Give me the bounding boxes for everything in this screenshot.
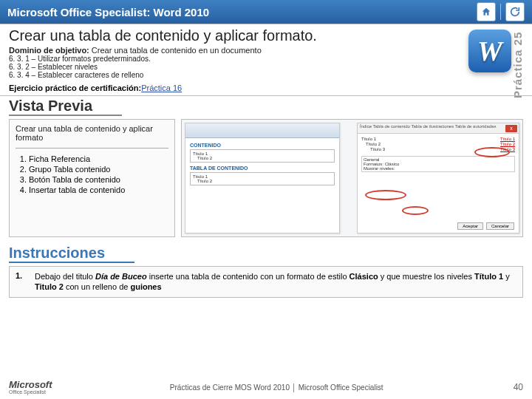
page-number: 40 (501, 382, 523, 392)
header-title: Microsoft Office Specialist: Word 2010 (7, 6, 209, 18)
instruction-number: 1. (16, 271, 29, 293)
preview-steps-panel: Crear una tabla de contenido y aplicar f… (9, 119, 175, 237)
slide: Microsoft Office Specialist: Word 2010 P… (0, 0, 532, 399)
objective-line: Dominio de objetivo: Crear una tabla de … (9, 46, 523, 55)
mini-doc-heading: TABLA DE CONTENIDO (190, 166, 335, 171)
mini-toc-box: Título 1 Título 2 (190, 149, 335, 163)
mini-word-window: CONTENIDO Título 1 Título 2 TABLA DE CON… (185, 123, 340, 233)
sub-objective: 6. 3. 4 – Establecer caracteres de relle… (9, 71, 523, 79)
objective-text: Crear una tabla de contenido en un docum… (89, 46, 262, 55)
instructions-section: Instrucciones 1. Debajo del titulo Día d… (0, 243, 532, 298)
cancel-button: Cancelar (486, 222, 514, 230)
preview-subheading: Crear una tabla de contenido y aplicar f… (16, 124, 168, 142)
instruction-item: 1. Debajo del titulo Día de Buceo insert… (9, 266, 523, 298)
header-nav (477, 2, 525, 21)
header-bar: Microsoft Office Specialist: Word 2010 (0, 0, 532, 24)
cert-label: Ejercicio práctico de certificación: (9, 83, 141, 92)
list-item: Insertar tabla de contenido (29, 185, 168, 194)
instruction-text: Debajo del titulo Día de Buceo inserte u… (35, 271, 516, 293)
dialog-tabs: Índice Tabla de contenido Tabla de ilust… (358, 123, 519, 134)
preview-screenshots: CONTENIDO Título 1 Título 2 TABLA DE CON… (181, 119, 523, 237)
highlight-circle-icon (365, 190, 406, 200)
back-arrow-icon (509, 6, 521, 18)
mini-ribbon (185, 123, 339, 138)
dialog-general: General Formatos: Clásico Mostrar nivele… (361, 156, 515, 172)
preview-step-list: Ficha Referencia Grupo Tabla contenido B… (29, 154, 168, 194)
cert-link[interactable]: Práctica 16 (141, 83, 182, 92)
footer: Microsoft Office Specialist Prácticas de… (0, 380, 532, 395)
ok-button: Aceptar (457, 222, 483, 230)
close-icon: x (505, 125, 517, 132)
dialog-buttons: Aceptar Cancelar (457, 222, 514, 230)
sub-objective: 6. 3. 2 – Establecer niveles (9, 63, 523, 71)
lesson-section: Crear una tabla de contenido y aplicar f… (0, 24, 532, 96)
footer-center: Prácticas de Cierre MOS Word 2010 │ Micr… (52, 383, 502, 392)
home-button[interactable] (477, 2, 496, 21)
divider (16, 148, 168, 149)
preview-body: Crear una tabla de contenido y aplicar f… (9, 119, 523, 237)
back-button[interactable] (505, 2, 525, 21)
mini-doc-heading: CONTENIDO (190, 143, 335, 148)
mini-doc-area: CONTENIDO Título 1 Título 2 TABLA DE CON… (185, 138, 339, 188)
highlight-circle-icon (474, 147, 510, 157)
mini-toc-box: Título 1 Título 2 (190, 172, 335, 185)
highlight-circle-icon (402, 206, 429, 215)
list-item: Ficha Referencia (29, 154, 168, 163)
list-item: Grupo Tabla contenido (29, 165, 168, 174)
nav-separator (500, 4, 501, 20)
preview-section: Vista Previa Crear una tabla de contenid… (0, 96, 532, 242)
mini-dialog: x Índice Tabla de contenido Tabla de ilu… (357, 123, 519, 233)
objective-label: Dominio de objetivo: (9, 46, 89, 55)
sub-objective: 6. 3. 1 – Utilizar formatos predetermina… (9, 55, 523, 63)
instructions-title: Instrucciones (9, 245, 134, 263)
cert-exercise-line: Ejercicio práctico de certificación:Prác… (9, 83, 523, 92)
lesson-title: Crear una tabla de contenido y aplicar f… (9, 27, 523, 44)
microsoft-logo: Microsoft Office Specialist (9, 380, 52, 395)
home-icon (481, 7, 491, 17)
list-item: Botón Tabla de contenido (29, 175, 168, 184)
preview-title: Vista Previa (9, 98, 122, 116)
